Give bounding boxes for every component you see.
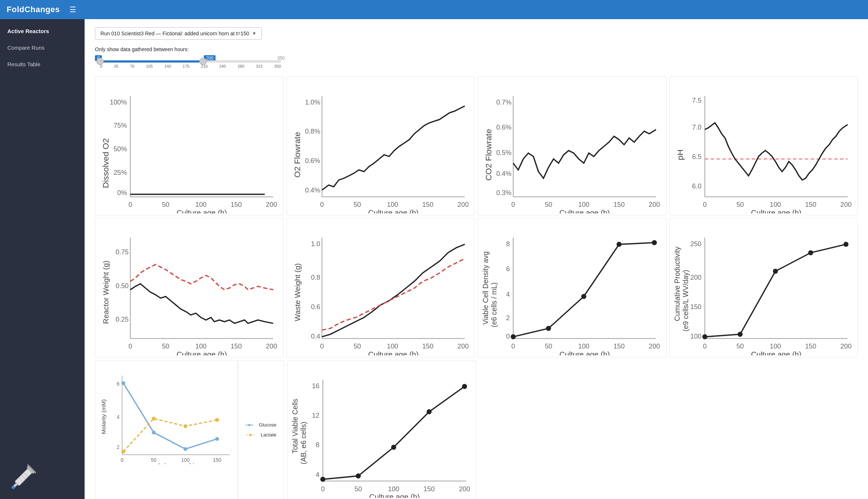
slider-ticks: 03570105140175210245280315350: [100, 64, 281, 68]
svg-text:Culture age (h): Culture age (h): [177, 350, 227, 355]
svg-point-126: [808, 250, 813, 255]
sidebar-logo: [0, 451, 85, 499]
svg-text:0%: 0%: [117, 189, 127, 197]
svg-text:CO2 Flowrate: CO2 Flowrate: [484, 129, 493, 181]
svg-text:50: 50: [736, 343, 744, 350]
svg-text:200: 200: [266, 343, 277, 350]
molarity-section: Molarity (mM) 6 4 2 0 50 100 150 Culture…: [95, 360, 284, 499]
svg-text:2: 2: [506, 314, 510, 322]
svg-text:150: 150: [213, 457, 221, 463]
legend-lactate: Lactate: [246, 432, 277, 438]
sidebar-item-results-table[interactable]: Results Table: [0, 56, 85, 72]
svg-text:50%: 50%: [114, 145, 127, 153]
svg-text:100: 100: [690, 332, 701, 340]
svg-text:Culture age (h): Culture age (h): [368, 208, 418, 213]
svg-text:6.5: 6.5: [692, 153, 701, 160]
chart-viable-cell-density: Viable Cell Density avg (e6 cells / mL) …: [478, 218, 666, 357]
svg-text:0: 0: [506, 332, 510, 340]
svg-text:150: 150: [422, 343, 433, 350]
sidebar-item-active-reactors[interactable]: Active Reactors: [0, 23, 85, 39]
svg-text:25%: 25%: [114, 169, 127, 176]
svg-text:100: 100: [195, 201, 206, 208]
chart-waste-weight: Waste Weight (g) 1.0 0.8 0.6 0.4 0 50 10…: [287, 218, 475, 357]
svg-text:pH: pH: [675, 149, 684, 160]
svg-text:Cumulative Productivity: Cumulative Productivity: [673, 247, 681, 321]
svg-text:50: 50: [353, 343, 361, 350]
svg-text:Culture age (h): Culture age (h): [369, 492, 420, 498]
svg-text:0.8: 0.8: [311, 273, 320, 281]
sidebar: Active Reactors Compare Runs Results Tab…: [0, 19, 85, 499]
legend-lactate-label: Lactate: [261, 432, 277, 438]
svg-text:2: 2: [117, 445, 120, 450]
svg-point-107: [616, 242, 622, 247]
svg-point-165: [320, 477, 325, 482]
svg-text:0.4: 0.4: [311, 332, 320, 340]
svg-text:7.0: 7.0: [692, 123, 701, 131]
dropdown-bar: Run 010 Scientist3 Red — Fictional: adde…: [95, 27, 858, 40]
svg-text:0.6%: 0.6%: [496, 123, 512, 131]
svg-text:100: 100: [578, 343, 589, 350]
chevron-down-icon: ▼: [252, 31, 256, 36]
charts-row1: Dissolved O2 100% 75% 50% 25% 0% 0 50 10…: [95, 77, 858, 215]
svg-text:7.5: 7.5: [692, 96, 701, 104]
svg-point-143: [121, 450, 125, 453]
svg-point-145: [184, 424, 187, 428]
svg-text:200: 200: [457, 201, 468, 208]
syringe-icon: [2, 453, 49, 499]
svg-text:0.4%: 0.4%: [305, 186, 320, 194]
svg-text:200: 200: [690, 273, 701, 281]
svg-text:0: 0: [121, 457, 124, 463]
svg-text:0: 0: [320, 201, 324, 208]
slider-thumb-left[interactable]: [96, 58, 104, 65]
svg-text:0: 0: [511, 201, 515, 208]
svg-text:150: 150: [613, 201, 625, 208]
svg-point-127: [843, 242, 849, 247]
svg-text:16: 16: [312, 382, 319, 390]
legend-glucose-label: Glucose: [259, 422, 277, 428]
svg-text:100: 100: [388, 485, 399, 492]
svg-point-139: [121, 381, 125, 385]
main-content: Run 010 Scientist3 Red — Fictional: adde…: [85, 19, 868, 499]
svg-text:250: 250: [690, 240, 701, 248]
svg-text:0: 0: [128, 201, 132, 208]
slider-container[interactable]: 03570105140175210245280315350: [95, 60, 286, 68]
svg-text:Culture age (h): Culture age (h): [751, 350, 801, 355]
svg-text:50: 50: [353, 201, 361, 208]
svg-text:(AB, e6 cells): (AB, e6 cells): [299, 422, 307, 464]
chart-dissolved-o2: Dissolved O2 100% 75% 50% 25% 0% 0 50 10…: [95, 77, 284, 215]
svg-text:100: 100: [387, 343, 398, 350]
app-title: FoldChanges: [7, 5, 60, 14]
svg-text:0: 0: [511, 343, 515, 350]
sidebar-item-compare-runs[interactable]: Compare Runs: [0, 39, 85, 56]
svg-text:Viable Cell Density avg: Viable Cell Density avg: [481, 252, 490, 325]
svg-point-144: [152, 417, 156, 420]
svg-text:Culture age (h): Culture age (h): [157, 462, 195, 464]
svg-text:Culture age (h): Culture age (h): [559, 208, 610, 213]
svg-text:1.0: 1.0: [311, 240, 320, 248]
svg-text:0.4%: 0.4%: [496, 170, 512, 177]
svg-point-124: [737, 332, 743, 337]
slider-section: Only show data gathered between hours: 0…: [95, 46, 858, 68]
svg-text:(e6 cells / mL): (e6 cells / mL): [490, 283, 498, 328]
svg-text:0: 0: [321, 485, 324, 492]
svg-point-148: [248, 424, 250, 426]
run-dropdown[interactable]: Run 010 Scientist3 Red — Fictional: adde…: [95, 27, 262, 40]
svg-text:0: 0: [128, 343, 132, 350]
svg-point-168: [426, 409, 431, 414]
svg-text:4: 4: [117, 414, 120, 420]
svg-text:4: 4: [316, 470, 319, 478]
svg-text:150: 150: [805, 343, 816, 350]
hamburger-icon[interactable]: ☰: [70, 5, 76, 14]
svg-text:150: 150: [805, 201, 816, 208]
svg-text:(e9 cells/L WV/day): (e9 cells/L WV/day): [681, 270, 689, 332]
svg-text:200: 200: [649, 201, 660, 208]
svg-text:150: 150: [613, 343, 625, 350]
chart-total-viable-cells: Total Viable Cells (AB, e6 cells) 16 12 …: [287, 360, 477, 499]
topbar: FoldChanges ☰: [0, 0, 868, 19]
svg-text:200: 200: [649, 343, 660, 350]
svg-text:0: 0: [320, 343, 324, 350]
svg-text:0: 0: [703, 343, 707, 350]
slider-label: Only show data gathered between hours:: [95, 46, 858, 52]
svg-point-125: [773, 269, 778, 274]
svg-text:0.50: 0.50: [115, 282, 129, 290]
